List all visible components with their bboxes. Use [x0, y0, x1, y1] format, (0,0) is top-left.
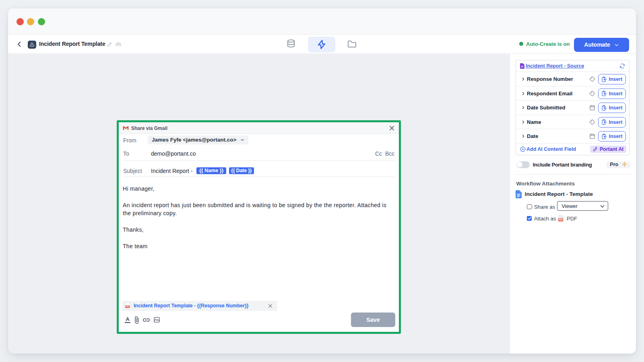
svg-text:A: A [126, 317, 130, 322]
svg-text:PDF: PDF [558, 218, 562, 221]
svg-text:PDF: PDF [126, 306, 129, 308]
